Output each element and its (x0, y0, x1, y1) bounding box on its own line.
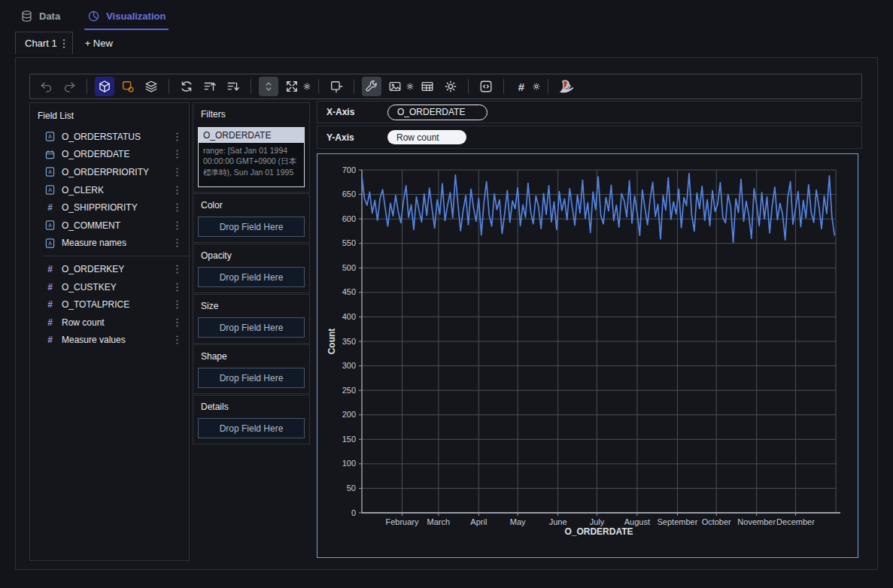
resize-settings-gear-icon[interactable] (303, 83, 311, 90)
field-menu-icon[interactable] (176, 300, 178, 309)
export-image-gear-icon[interactable] (406, 83, 414, 90)
field-item-measure-names[interactable]: A Measure names (30, 235, 189, 253)
field-menu-icon[interactable] (176, 238, 178, 247)
size-drop-zone[interactable]: Drop Field Here (198, 317, 305, 338)
field-item-custkey[interactable]: # O_CUSTKEY (30, 278, 189, 296)
svg-text:650: 650 (342, 189, 356, 199)
text-field-icon: A (45, 220, 55, 230)
limit-settings-gear-icon[interactable] (533, 83, 540, 90)
field-item-row-count[interactable]: # Row count (30, 314, 189, 332)
field-list-panel: Field List A O_ORDERSTATUS O_ORDERDATE A… (29, 102, 190, 561)
svg-text:A: A (48, 170, 52, 175)
field-list-title: Field List (30, 103, 189, 128)
field-menu-icon[interactable] (176, 168, 178, 177)
sort-descending-button[interactable] (223, 77, 243, 96)
table-view-button[interactable] (418, 77, 437, 96)
field-item-shippriority[interactable]: # O_SHIPPRIORITY (30, 199, 189, 217)
field-label: Measure values (62, 335, 169, 345)
svg-text:300: 300 (342, 361, 356, 370)
refresh-button[interactable] (177, 77, 196, 96)
tools-button[interactable] (362, 77, 381, 96)
toolbar-separator (548, 79, 548, 94)
field-item-totalprice[interactable]: # O_TOTALPRICE (30, 296, 189, 314)
y-axis-field-pill[interactable]: Row count (387, 130, 466, 144)
svg-text:O_ORDERDATE: O_ORDERDATE (564, 526, 633, 537)
refresh-icon (180, 80, 193, 93)
opacity-channel-title: Opacity (193, 244, 309, 265)
color-channel-panel: Color Drop Field Here (193, 193, 310, 243)
redo-icon (62, 80, 77, 94)
view-mode-cube-button[interactable] (95, 77, 114, 96)
limit-button[interactable]: # (512, 77, 531, 96)
field-menu-icon[interactable] (176, 221, 178, 230)
line-chart: 0501001502002503003504004505005506006507… (317, 154, 857, 556)
resize-arrows-icon (285, 80, 299, 93)
filters-panel: Filters O_ORDERDATE range: [Sat Jan 01 1… (193, 102, 310, 192)
text-field-icon: A (45, 238, 55, 248)
chart-canvas[interactable]: 0501001502002503003504004505005506006507… (317, 153, 858, 558)
svg-text:A: A (48, 241, 52, 246)
shape-channel-panel: Shape Drop Field Here (193, 344, 310, 394)
svg-text:200: 200 (342, 410, 356, 419)
chart-tab-current[interactable]: Chart 1 (15, 32, 73, 54)
field-menu-icon[interactable] (176, 186, 178, 195)
collapse-expand-button[interactable] (259, 77, 278, 96)
svg-text:550: 550 (342, 238, 356, 247)
code-brackets-icon (479, 80, 493, 93)
code-export-button[interactable] (476, 77, 496, 96)
field-item-orderdate[interactable]: O_ORDERDATE (30, 146, 189, 164)
field-list-divider (44, 256, 189, 256)
field-menu-icon[interactable] (176, 132, 178, 141)
crop-icon (330, 80, 343, 93)
layers-button[interactable] (141, 77, 161, 96)
settings-button[interactable] (441, 77, 460, 96)
field-label: O_ORDERSTATUS (62, 132, 169, 142)
field-item-orderstatus[interactable]: A O_ORDERSTATUS (30, 128, 189, 146)
field-menu-icon[interactable] (176, 283, 178, 292)
new-chart-button[interactable]: + New (73, 32, 125, 54)
details-drop-zone[interactable]: Drop Field Here (198, 418, 305, 438)
x-axis-field-pill[interactable]: O_ORDERDATE (387, 105, 488, 120)
toolbar: # (29, 74, 862, 99)
filter-card[interactable]: O_ORDERDATE range: [Sat Jan 01 1994 00:0… (198, 127, 305, 187)
text-field-icon: A (45, 132, 55, 141)
field-label: O_TOTALPRICE (62, 299, 169, 310)
filter-field-name[interactable]: O_ORDERDATE (199, 128, 304, 143)
redo-button[interactable] (59, 77, 79, 96)
field-label: O_ORDERPRIORITY (62, 167, 169, 177)
svg-text:100: 100 (342, 459, 356, 468)
tab-data[interactable]: Data (20, 0, 60, 32)
selection-mode-button[interactable] (118, 77, 138, 96)
sort-ascending-button[interactable] (200, 77, 220, 96)
field-item-measure-values[interactable]: # Measure values (30, 332, 189, 350)
details-channel-title: Details (193, 396, 309, 417)
export-image-button[interactable] (385, 77, 405, 96)
resize-button[interactable] (282, 77, 302, 96)
shape-drop-zone[interactable]: Drop Field Here (198, 368, 305, 388)
hash-icon: # (45, 282, 55, 292)
toolbar-separator (468, 79, 469, 94)
field-menu-icon[interactable] (176, 335, 178, 344)
svg-text:500: 500 (342, 263, 356, 272)
field-menu-icon[interactable] (176, 203, 178, 212)
svg-text:250: 250 (342, 386, 356, 395)
filter-range-value: range: [Sat Jan 01 1994 00:00:00 GMT+090… (199, 143, 304, 186)
opacity-drop-zone[interactable]: Drop Field Here (198, 267, 305, 287)
field-label: O_CUSTKEY (62, 282, 169, 292)
field-label: O_SHIPPRIORITY (62, 202, 169, 213)
tab-visualization[interactable]: Visualization (87, 0, 166, 32)
field-item-orderkey[interactable]: # O_ORDERKEY (30, 260, 189, 278)
field-menu-icon[interactable] (176, 318, 178, 327)
field-item-orderpriority[interactable]: A O_ORDERPRIORITY (30, 163, 189, 181)
shape-channel-title: Shape (193, 345, 309, 366)
field-menu-icon[interactable] (176, 265, 178, 274)
kanaries-logo-button[interactable] (556, 77, 576, 96)
field-item-clerk[interactable]: A O_CLERK (30, 181, 189, 199)
undo-button[interactable] (36, 77, 56, 96)
size-channel-title: Size (193, 295, 309, 316)
field-menu-icon[interactable] (176, 150, 178, 159)
chart-tab-menu-icon[interactable] (62, 38, 65, 49)
color-drop-zone[interactable]: Drop Field Here (198, 217, 305, 237)
crop-button[interactable] (327, 77, 346, 96)
field-item-comment[interactable]: A O_COMMENT (30, 217, 189, 235)
